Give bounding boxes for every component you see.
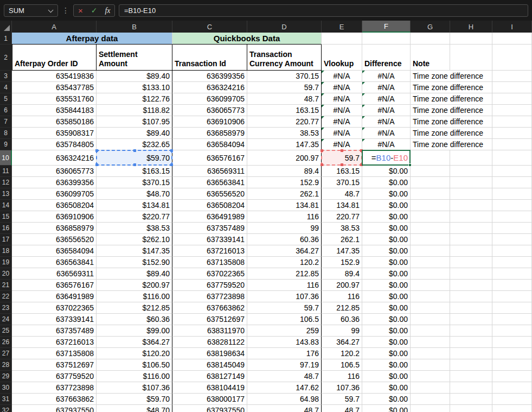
cell-D6[interactable]: 163.15 (247, 105, 322, 116)
cell-B27[interactable]: $120.20 (97, 348, 172, 359)
cell-F8[interactable]: #N/A (362, 128, 411, 139)
cell-H13[interactable] (450, 188, 492, 200)
cell-H1[interactable] (450, 33, 492, 45)
cell-G24[interactable] (411, 314, 450, 325)
cell-G32[interactable] (411, 405, 450, 412)
cell-B10[interactable]: $59.70 (97, 150, 172, 166)
cell-G22[interactable] (411, 291, 450, 302)
cell-I30[interactable] (492, 382, 532, 394)
cell-A16[interactable]: 636858979 (12, 223, 97, 234)
column-header-I[interactable]: I (492, 21, 532, 33)
cell-D22[interactable]: 107.36 (247, 291, 322, 302)
cell-H25[interactable] (450, 325, 492, 337)
cell-G13[interactable] (411, 188, 450, 200)
cell-F31[interactable]: $0.00 (362, 394, 411, 405)
cell-D11[interactable]: 89.4 (247, 166, 322, 177)
formula-input[interactable] (119, 4, 528, 17)
cell-D30[interactable]: 147.62 (247, 382, 322, 394)
cell-G17[interactable] (411, 234, 450, 245)
row-header-14[interactable]: 14 (0, 200, 12, 211)
cell-B20[interactable]: $89.40 (97, 268, 172, 280)
row-header-2[interactable]: 2 (0, 45, 12, 71)
cell-I32[interactable] (492, 405, 532, 412)
cell-C30[interactable]: 638104419 (172, 382, 247, 394)
row-header-7[interactable]: 7 (0, 116, 12, 128)
row-header-13[interactable]: 13 (0, 188, 12, 200)
cell-C24[interactable]: 637512697 (172, 314, 247, 325)
cell-C32[interactable]: 637937550 (172, 405, 247, 412)
cell-H32[interactable] (450, 405, 492, 412)
cell-G21[interactable] (411, 280, 450, 291)
cell-B9[interactable]: $232.65 (97, 139, 172, 150)
cell-E20[interactable]: 89.4 (322, 268, 362, 280)
cell-A9[interactable]: 635784805 (12, 139, 97, 150)
cell-C7[interactable]: 636910906 (172, 116, 247, 128)
cell-D26[interactable]: 143.83 (247, 337, 322, 348)
cell-D32[interactable]: 48.7 (247, 405, 322, 412)
fill-handle[interactable] (408, 163, 412, 167)
cell-I31[interactable] (492, 394, 532, 405)
cell-H19[interactable] (450, 257, 492, 268)
cell-G5[interactable]: Time zone difference (411, 93, 450, 105)
cell-A12[interactable]: 636399356 (12, 177, 97, 188)
cell-E12[interactable]: 370.15 (322, 177, 362, 188)
cell-I3[interactable] (492, 71, 532, 82)
cell-H2[interactable] (450, 45, 492, 71)
cell-F20[interactable]: $0.00 (362, 268, 411, 280)
cell-E16[interactable]: 38.53 (322, 223, 362, 234)
cell-G27[interactable] (411, 348, 450, 359)
column-header-C[interactable]: C (172, 21, 247, 33)
row-header-20[interactable]: 20 (0, 268, 12, 280)
cell-G25[interactable] (411, 325, 450, 337)
cell-F18[interactable]: $0.00 (362, 245, 411, 257)
cell-E13[interactable]: 48.7 (322, 188, 362, 200)
cell-D17[interactable]: 60.36 (247, 234, 322, 245)
column-header-A[interactable]: A (12, 21, 97, 33)
cell-G19[interactable] (411, 257, 450, 268)
row-header-3[interactable]: 3 (0, 71, 12, 82)
cell-H26[interactable] (450, 337, 492, 348)
cell-G29[interactable] (411, 371, 450, 382)
cell-E27[interactable]: 120.2 (322, 348, 362, 359)
cell-D27[interactable]: 176 (247, 348, 322, 359)
cell-B12[interactable]: $370.15 (97, 177, 172, 188)
cell-I29[interactable] (492, 371, 532, 382)
row-header-24[interactable]: 24 (0, 314, 12, 325)
cell-F14[interactable]: $0.00 (362, 200, 411, 211)
cell-B14[interactable]: $134.81 (97, 200, 172, 211)
cell-D14[interactable]: 134.81 (247, 200, 322, 211)
cell-F24[interactable]: $0.00 (362, 314, 411, 325)
column-header-D[interactable]: D (247, 21, 322, 33)
cell-I1[interactable] (492, 33, 532, 45)
cell-I26[interactable] (492, 337, 532, 348)
cell-A14[interactable]: 636508204 (12, 200, 97, 211)
cell-A4[interactable]: 635437785 (12, 82, 97, 93)
cell-E21[interactable]: 200.97 (322, 280, 362, 291)
cell-I4[interactable] (492, 82, 532, 93)
cell-H31[interactable] (450, 394, 492, 405)
cell-E24[interactable]: 60.36 (322, 314, 362, 325)
cell-C9[interactable]: 636584094 (172, 139, 247, 150)
cell-A2[interactable]: Afterpay Order ID (12, 45, 97, 71)
cell-G4[interactable]: Time zone difference (411, 82, 450, 93)
cell-F11[interactable]: $0.00 (362, 166, 411, 177)
cell-quickbooks-data[interactable]: Quickbooks Data (172, 33, 322, 45)
cell-I21[interactable] (492, 280, 532, 291)
cell-C12[interactable]: 636563841 (172, 177, 247, 188)
cell-E29[interactable]: 116 (322, 371, 362, 382)
kebab-menu-icon[interactable]: ⋮ (62, 6, 69, 15)
cell-H18[interactable] (450, 245, 492, 257)
cell-C22[interactable]: 637723898 (172, 291, 247, 302)
cell-I20[interactable] (492, 268, 532, 280)
cell-A6[interactable]: 635844183 (12, 105, 97, 116)
cell-B25[interactable]: $99.00 (97, 325, 172, 337)
cell-B26[interactable]: $364.27 (97, 337, 172, 348)
cell-D12[interactable]: 152.9 (247, 177, 322, 188)
cell-B15[interactable]: $220.77 (97, 211, 172, 223)
cell-I17[interactable] (492, 234, 532, 245)
cell-B17[interactable]: $262.10 (97, 234, 172, 245)
cell-A21[interactable]: 636576167 (12, 280, 97, 291)
cell-F17[interactable]: $0.00 (362, 234, 411, 245)
cell-E7[interactable]: #N/A (322, 116, 362, 128)
cell-A11[interactable]: 636065773 (12, 166, 97, 177)
